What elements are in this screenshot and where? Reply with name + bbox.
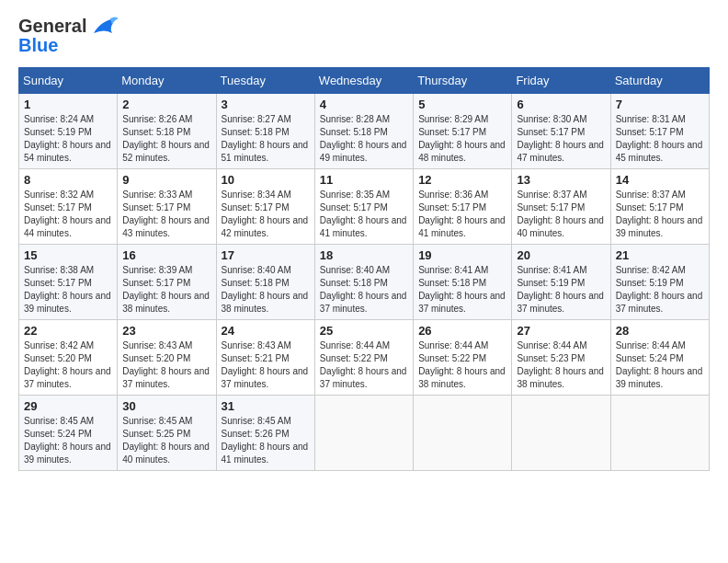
day-info: Sunrise: 8:41 AMSunset: 5:19 PMDaylight:… <box>517 264 605 316</box>
day-number: 8 <box>24 173 112 187</box>
day-info: Sunrise: 8:32 AMSunset: 5:17 PMDaylight:… <box>24 189 112 240</box>
day-info: Sunrise: 8:35 AMSunset: 5:17 PMDaylight:… <box>320 189 408 240</box>
column-header-monday: Monday <box>118 68 216 94</box>
calendar-cell: 15Sunrise: 8:38 AMSunset: 5:17 PMDayligh… <box>19 245 118 320</box>
column-header-tuesday: Tuesday <box>216 68 314 94</box>
calendar-cell <box>512 396 610 471</box>
calendar-header-row: SundayMondayTuesdayWednesdayThursdayFrid… <box>19 68 710 94</box>
calendar-cell: 25Sunrise: 8:44 AMSunset: 5:22 PMDayligh… <box>314 320 413 396</box>
day-number: 14 <box>616 173 704 187</box>
day-info: Sunrise: 8:42 AMSunset: 5:20 PMDaylight:… <box>24 339 112 391</box>
day-info: Sunrise: 8:43 AMSunset: 5:21 PMDaylight:… <box>222 339 310 391</box>
calendar-cell: 26Sunrise: 8:44 AMSunset: 5:22 PMDayligh… <box>414 320 512 396</box>
day-info: Sunrise: 8:37 AMSunset: 5:17 PMDaylight:… <box>616 189 704 240</box>
calendar-cell: 29Sunrise: 8:45 AMSunset: 5:24 PMDayligh… <box>19 396 118 471</box>
day-info: Sunrise: 8:37 AMSunset: 5:17 PMDaylight:… <box>517 189 605 240</box>
day-info: Sunrise: 8:27 AMSunset: 5:18 PMDaylight:… <box>222 113 310 165</box>
column-header-thursday: Thursday <box>414 68 512 94</box>
day-info: Sunrise: 8:28 AMSunset: 5:18 PMDaylight:… <box>320 113 408 165</box>
calendar-cell: 13Sunrise: 8:37 AMSunset: 5:17 PMDayligh… <box>512 169 610 245</box>
calendar-cell: 12Sunrise: 8:36 AMSunset: 5:17 PMDayligh… <box>414 169 512 245</box>
calendar-cell: 31Sunrise: 8:45 AMSunset: 5:26 PMDayligh… <box>216 396 314 471</box>
calendar-cell: 23Sunrise: 8:43 AMSunset: 5:20 PMDayligh… <box>118 320 216 396</box>
day-number: 28 <box>616 324 704 338</box>
day-number: 16 <box>122 248 210 262</box>
day-info: Sunrise: 8:45 AMSunset: 5:26 PMDaylight:… <box>222 415 310 466</box>
day-number: 3 <box>222 98 310 111</box>
calendar-cell <box>414 396 512 471</box>
calendar-cell: 19Sunrise: 8:41 AMSunset: 5:18 PMDayligh… <box>414 245 512 320</box>
day-number: 18 <box>320 248 408 262</box>
day-info: Sunrise: 8:40 AMSunset: 5:18 PMDaylight:… <box>222 264 310 316</box>
day-info: Sunrise: 8:31 AMSunset: 5:17 PMDaylight:… <box>616 113 704 165</box>
calendar-cell: 1Sunrise: 8:24 AMSunset: 5:19 PMDaylight… <box>19 94 118 169</box>
calendar-cell: 17Sunrise: 8:40 AMSunset: 5:18 PMDayligh… <box>216 245 314 320</box>
column-header-saturday: Saturday <box>610 68 709 94</box>
day-info: Sunrise: 8:29 AMSunset: 5:17 PMDaylight:… <box>418 113 506 165</box>
day-number: 6 <box>517 98 605 111</box>
day-info: Sunrise: 8:39 AMSunset: 5:17 PMDaylight:… <box>122 264 210 316</box>
calendar-cell: 18Sunrise: 8:40 AMSunset: 5:18 PMDayligh… <box>314 245 413 320</box>
day-number: 31 <box>222 399 310 413</box>
day-number: 30 <box>122 399 210 413</box>
logo-general-text: General <box>18 16 86 37</box>
day-number: 29 <box>24 399 112 413</box>
day-number: 11 <box>320 173 408 187</box>
logo: General Blue <box>18 15 121 56</box>
day-info: Sunrise: 8:42 AMSunset: 5:19 PMDaylight:… <box>616 264 704 316</box>
day-info: Sunrise: 8:44 AMSunset: 5:22 PMDaylight:… <box>418 339 506 391</box>
day-info: Sunrise: 8:33 AMSunset: 5:17 PMDaylight:… <box>122 189 210 240</box>
calendar-cell: 30Sunrise: 8:45 AMSunset: 5:25 PMDayligh… <box>118 396 216 471</box>
day-number: 26 <box>418 324 506 338</box>
day-number: 5 <box>418 98 506 111</box>
day-number: 20 <box>517 248 605 262</box>
calendar-cell: 16Sunrise: 8:39 AMSunset: 5:17 PMDayligh… <box>118 245 216 320</box>
calendar-cell: 9Sunrise: 8:33 AMSunset: 5:17 PMDaylight… <box>118 169 216 245</box>
day-info: Sunrise: 8:43 AMSunset: 5:20 PMDaylight:… <box>122 339 210 391</box>
day-info: Sunrise: 8:24 AMSunset: 5:19 PMDaylight:… <box>24 113 112 165</box>
calendar-cell <box>314 396 413 471</box>
day-number: 17 <box>222 248 310 262</box>
calendar-cell: 14Sunrise: 8:37 AMSunset: 5:17 PMDayligh… <box>610 169 709 245</box>
page: General Blue SundayMondayTuesdayWednesda… <box>0 0 728 563</box>
day-info: Sunrise: 8:26 AMSunset: 5:18 PMDaylight:… <box>122 113 210 165</box>
logo-bird-icon <box>88 15 121 37</box>
calendar-cell: 20Sunrise: 8:41 AMSunset: 5:19 PMDayligh… <box>512 245 610 320</box>
calendar-cell: 24Sunrise: 8:43 AMSunset: 5:21 PMDayligh… <box>216 320 314 396</box>
calendar-cell: 21Sunrise: 8:42 AMSunset: 5:19 PMDayligh… <box>610 245 709 320</box>
day-info: Sunrise: 8:30 AMSunset: 5:17 PMDaylight:… <box>517 113 605 165</box>
calendar-cell: 2Sunrise: 8:26 AMSunset: 5:18 PMDaylight… <box>118 94 216 169</box>
day-info: Sunrise: 8:44 AMSunset: 5:22 PMDaylight:… <box>320 339 408 391</box>
column-header-friday: Friday <box>512 68 610 94</box>
column-header-sunday: Sunday <box>19 68 118 94</box>
calendar-cell: 3Sunrise: 8:27 AMSunset: 5:18 PMDaylight… <box>216 94 314 169</box>
calendar-table: SundayMondayTuesdayWednesdayThursdayFrid… <box>18 67 710 471</box>
day-number: 19 <box>418 248 506 262</box>
header: General Blue <box>18 15 710 56</box>
day-info: Sunrise: 8:38 AMSunset: 5:17 PMDaylight:… <box>24 264 112 316</box>
day-number: 10 <box>222 173 310 187</box>
calendar-week-row: 22Sunrise: 8:42 AMSunset: 5:20 PMDayligh… <box>19 320 710 396</box>
day-number: 13 <box>517 173 605 187</box>
calendar-cell: 28Sunrise: 8:44 AMSunset: 5:24 PMDayligh… <box>610 320 709 396</box>
day-number: 15 <box>24 248 112 262</box>
calendar-cell: 22Sunrise: 8:42 AMSunset: 5:20 PMDayligh… <box>19 320 118 396</box>
calendar-week-row: 29Sunrise: 8:45 AMSunset: 5:24 PMDayligh… <box>19 396 710 471</box>
day-number: 1 <box>24 98 112 111</box>
logo-container: General Blue <box>18 15 121 56</box>
calendar-cell: 4Sunrise: 8:28 AMSunset: 5:18 PMDaylight… <box>314 94 413 169</box>
day-number: 27 <box>517 324 605 338</box>
day-info: Sunrise: 8:45 AMSunset: 5:25 PMDaylight:… <box>122 415 210 466</box>
calendar-cell: 10Sunrise: 8:34 AMSunset: 5:17 PMDayligh… <box>216 169 314 245</box>
day-info: Sunrise: 8:34 AMSunset: 5:17 PMDaylight:… <box>222 189 310 240</box>
day-number: 22 <box>24 324 112 338</box>
day-number: 23 <box>122 324 210 338</box>
day-info: Sunrise: 8:41 AMSunset: 5:18 PMDaylight:… <box>418 264 506 316</box>
calendar-cell: 27Sunrise: 8:44 AMSunset: 5:23 PMDayligh… <box>512 320 610 396</box>
calendar-cell: 7Sunrise: 8:31 AMSunset: 5:17 PMDaylight… <box>610 94 709 169</box>
calendar-cell: 11Sunrise: 8:35 AMSunset: 5:17 PMDayligh… <box>314 169 413 245</box>
calendar-week-row: 1Sunrise: 8:24 AMSunset: 5:19 PMDaylight… <box>19 94 710 169</box>
day-number: 4 <box>320 98 408 111</box>
calendar-cell: 6Sunrise: 8:30 AMSunset: 5:17 PMDaylight… <box>512 94 610 169</box>
calendar-week-row: 15Sunrise: 8:38 AMSunset: 5:17 PMDayligh… <box>19 245 710 320</box>
